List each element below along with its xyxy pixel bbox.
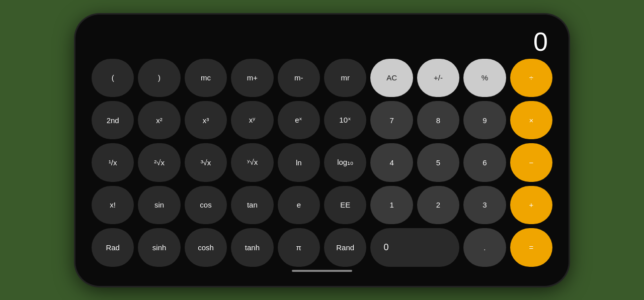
btn-rad[interactable]: Rad [92, 228, 134, 266]
home-bar [292, 270, 352, 272]
btn-x-[interactable]: x! [92, 186, 134, 224]
btn-rand[interactable]: Rand [324, 228, 366, 266]
phone-body: 0 ()mcm+m-mrAC+/-%÷2ndx²x³xʸeˣ10ˣ789×¹/x… [75, 15, 569, 286]
btn---x[interactable]: ʸ√x [231, 143, 273, 181]
btn---x[interactable]: ¹/x [92, 143, 134, 181]
btn-ac[interactable]: AC [370, 59, 413, 97]
btn-sin[interactable]: sin [138, 186, 180, 224]
btn-4[interactable]: 4 [370, 143, 413, 181]
btn-3[interactable]: 3 [463, 186, 506, 224]
btn-e-[interactable]: eˣ [278, 101, 320, 139]
btn--[interactable]: + [510, 186, 552, 224]
btn-log--[interactable]: log₁₀ [324, 143, 366, 181]
btn-9[interactable]: 9 [463, 101, 506, 139]
btn--[interactable]: . [463, 228, 506, 266]
btn-2nd[interactable]: 2nd [92, 101, 134, 139]
btn-e[interactable]: e [278, 186, 320, 224]
btn-6[interactable]: 6 [463, 143, 506, 181]
calculator-grid: ()mcm+m-mrAC+/-%÷2ndx²x³xʸeˣ10ˣ789×¹/x²√… [92, 59, 552, 267]
btn-8[interactable]: 8 [417, 101, 459, 139]
btn-x-[interactable]: xʸ [231, 101, 273, 139]
btn-5[interactable]: 5 [417, 143, 459, 181]
btn-cosh[interactable]: cosh [185, 228, 227, 266]
btn-m-[interactable]: m+ [231, 59, 273, 97]
btn---x[interactable]: ³√x [185, 143, 227, 181]
btn-ln[interactable]: ln [278, 143, 320, 181]
btn-m-[interactable]: m- [278, 59, 320, 97]
btn---x[interactable]: ²√x [138, 143, 180, 181]
home-indicator [92, 267, 552, 272]
display-number: 0 [533, 27, 547, 57]
display-area: 0 [92, 25, 552, 57]
btn--[interactable]: ÷ [510, 59, 552, 97]
btn-1[interactable]: 1 [370, 186, 413, 224]
btn-x-[interactable]: x³ [185, 101, 227, 139]
btn--[interactable]: × [510, 101, 552, 139]
btn-ee[interactable]: EE [324, 186, 366, 224]
btn-tanh[interactable]: tanh [231, 228, 273, 266]
btn--[interactable]: ) [138, 59, 180, 97]
btn-x-[interactable]: x² [138, 101, 180, 139]
btn-mc[interactable]: mc [185, 59, 227, 97]
btn-mr[interactable]: mr [324, 59, 366, 97]
btn----[interactable]: +/- [417, 59, 459, 97]
phone-wrapper: 0 ()mcm+m-mrAC+/-%÷2ndx²x³xʸeˣ10ˣ789×¹/x… [75, 15, 569, 286]
btn-7[interactable]: 7 [370, 101, 413, 139]
btn--[interactable]: π [278, 228, 320, 266]
btn-zero[interactable]: 0 [370, 228, 459, 266]
btn-sinh[interactable]: sinh [138, 228, 180, 266]
btn--[interactable]: − [510, 143, 552, 181]
btn-cos[interactable]: cos [185, 186, 227, 224]
btn--[interactable]: ( [92, 59, 134, 97]
btn-10-[interactable]: 10ˣ [324, 101, 366, 139]
btn--[interactable]: % [463, 59, 506, 97]
btn-2[interactable]: 2 [417, 186, 459, 224]
btn-tan[interactable]: tan [231, 186, 273, 224]
btn--[interactable]: = [510, 228, 552, 266]
